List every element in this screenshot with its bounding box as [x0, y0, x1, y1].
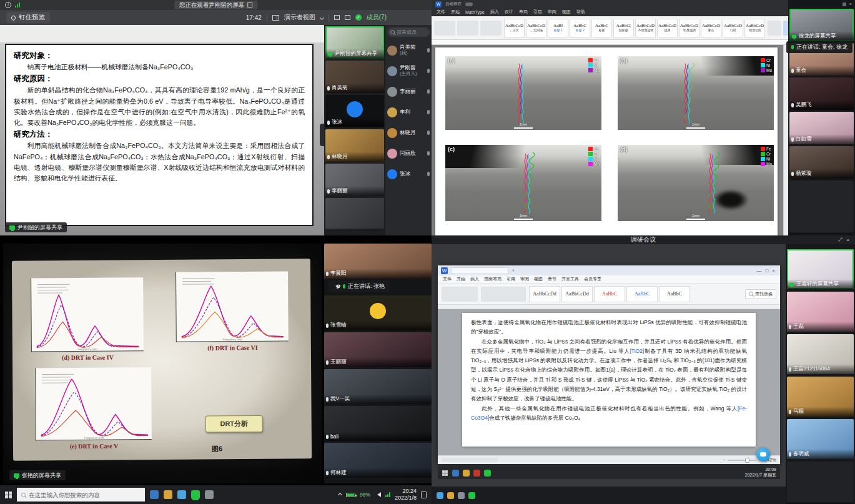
citation-link[interactable]: [TiO2]	[630, 348, 644, 354]
style-gallery-item[interactable]: AaBbCcD 」无间隔	[526, 19, 546, 37]
battery-icon[interactable]	[346, 493, 355, 497]
info-icon[interactable]: i	[5, 2, 11, 8]
style-gallery-item[interactable]: AaBbC 标题 2	[570, 19, 590, 37]
new-tab-icon[interactable]: +	[512, 267, 515, 274]
member-row[interactable]: 林晓月	[387, 122, 430, 143]
fullscreen-exit-icon[interactable]: ⤢	[838, 237, 842, 243]
taskbar-clock[interactable]: 20:09 2022/1/7 星期五	[745, 467, 776, 478]
taskbar-app-icon[interactable]	[463, 470, 470, 477]
mic-icon[interactable]	[427, 172, 430, 176]
autosave-toggle[interactable]	[465, 2, 473, 6]
taskbar-app-icon[interactable]	[468, 492, 475, 499]
style-gallery-item[interactable]: AaBbCcD 引用	[723, 19, 743, 37]
participant-thumbnail[interactable]: 李丽丽	[325, 164, 384, 196]
menu-tab[interactable]: 插入	[470, 276, 479, 282]
pin-preview-button[interactable]: 钉住预览	[6, 12, 50, 23]
taskbar-app-icon[interactable]	[447, 492, 454, 499]
mic-icon[interactable]	[427, 48, 430, 52]
participant-thumbnail[interactable]: 尹刚留的屏幕共享	[325, 26, 384, 59]
volume-icon[interactable]	[375, 492, 381, 497]
menu-tab[interactable]: 会员专享	[584, 276, 601, 282]
ribbon-tab[interactable]: 开始	[451, 9, 460, 15]
participant-thumbnail[interactable]: 张雪晴	[324, 295, 432, 330]
taskbar-app-icon[interactable]	[458, 492, 465, 499]
style-gallery-item[interactable]: AaBbC( 副标题	[613, 19, 634, 37]
style-gallery-item[interactable]: AaBbC	[594, 286, 625, 302]
vertical-scrollbar[interactable]	[783, 45, 788, 235]
menu-tab[interactable]: 页面布局	[484, 276, 502, 282]
style-gallery-item[interactable]: AaBbC 标题	[591, 19, 612, 37]
member-row[interactable]: 李丽丽	[387, 81, 430, 102]
window-icon[interactable]	[334, 15, 340, 20]
menu-tab[interactable]: 章节	[548, 276, 556, 282]
participant-thumbnail[interactable]: 王苗212115064	[787, 334, 854, 374]
fullscreen-icon[interactable]	[345, 15, 350, 20]
taskbar-app-icon[interactable]	[205, 490, 214, 499]
paragraph-group[interactable]	[480, 21, 502, 36]
document-tab[interactable]	[451, 267, 508, 274]
member-row[interactable]: 李利	[387, 102, 430, 122]
menu-tab[interactable]: 审阅	[520, 276, 529, 282]
participant-thumbnail[interactable]	[325, 198, 384, 230]
editing-tools[interactable]	[768, 21, 781, 36]
taskbar-app-icon[interactable]	[473, 470, 480, 477]
participant-thumbnail[interactable]: 王丽丽	[324, 332, 432, 367]
ribbon-tab[interactable]: 引用	[533, 9, 542, 15]
members-count-button[interactable]: 成员(7)	[367, 13, 387, 22]
style-gallery-item[interactable]: AaBbCcD 要点	[701, 19, 721, 37]
participant-thumbnail[interactable]: 春明威	[787, 419, 854, 459]
close-icon[interactable]: ×	[772, 268, 775, 274]
panel-collapse-handle[interactable]	[320, 124, 324, 146]
mic-icon[interactable]	[427, 69, 430, 73]
taskbar-app-icon[interactable]	[164, 490, 172, 499]
ribbon-tab[interactable]: 审阅	[548, 9, 556, 15]
close-icon[interactable]: ×	[846, 237, 849, 243]
floating-chat-bubble-icon[interactable]	[756, 448, 770, 462]
taskbar-app-icon[interactable]	[150, 490, 159, 499]
font-group[interactable]	[457, 21, 478, 36]
taskbar-meeting-app-icon[interactable]	[191, 490, 200, 499]
style-gallery-item[interactable]: AaBbC	[626, 286, 658, 302]
menu-tab[interactable]: 开始	[457, 276, 465, 282]
participant-thumbnail[interactable]	[787, 462, 854, 504]
style-gallery-item[interactable]: AaBbCcD 不明显强调	[635, 19, 656, 37]
minimize-icon[interactable]: —	[756, 268, 761, 274]
taskbar-search-input[interactable]	[29, 492, 141, 498]
style-gallery-item[interactable]: AaBbCcD 明显强调	[679, 19, 699, 37]
view-mode-selector[interactable]: 演示者视图	[284, 13, 315, 22]
style-gallery-item[interactable]: AaBbCcD 明显引用	[744, 19, 765, 37]
windows-start-icon[interactable]	[5, 492, 12, 498]
tray-expand-icon[interactable]	[338, 492, 342, 497]
participant-thumbnail[interactable]: 杨紫璇	[789, 146, 854, 179]
menu-tab[interactable]: 文件	[443, 276, 452, 282]
layout-switch-icon[interactable]: ▤	[842, 2, 846, 7]
participant-thumbnail[interactable]	[789, 180, 854, 234]
chevron-down-icon[interactable]	[320, 15, 324, 19]
style-gallery-item[interactable]: AaBbCcD 」正文	[504, 19, 525, 37]
style-gallery-item[interactable]: AaBbCcDd	[561, 286, 593, 302]
member-search-input[interactable]	[397, 29, 427, 35]
member-row[interactable]: 闫丽欣	[387, 143, 430, 164]
participant-thumbnail[interactable]: bali	[324, 406, 432, 441]
ribbon-tab[interactable]: 插入	[490, 9, 499, 15]
participant-thumbnail[interactable]: 王磊	[787, 292, 854, 332]
taskbar-app-icon[interactable]	[437, 492, 443, 499]
ribbon-tab[interactable]: 设计	[505, 9, 513, 15]
participant-thumbnail[interactable]: 张冰	[325, 95, 384, 127]
menu-tab[interactable]: 视图	[534, 276, 543, 282]
participant-thumbnail[interactable]: 白如雪	[789, 112, 854, 144]
ribbon-tab[interactable]: 文件	[437, 9, 445, 15]
participant-thumbnail[interactable]: 马颖	[787, 377, 854, 417]
participant-thumbnail[interactable]: 何林建	[324, 443, 432, 478]
zoom-slider[interactable]	[728, 460, 756, 461]
member-row[interactable]: 肖美菊 (我)	[387, 40, 430, 61]
network-icon[interactable]	[385, 492, 390, 497]
mic-icon[interactable]	[427, 151, 430, 156]
notification-center-icon[interactable]	[421, 492, 427, 498]
style-gallery-item[interactable]: AaBbCcDd	[529, 286, 560, 302]
member-row[interactable]: 尹刚留 (主持人)	[387, 61, 430, 81]
mic-icon[interactable]	[427, 131, 430, 135]
participant-thumbnail[interactable]: 王嘉轩的屏幕共享	[787, 249, 854, 289]
style-gallery-item[interactable]: AaBI 标题 1	[548, 19, 568, 37]
ribbon-tab[interactable]: MathType	[465, 10, 485, 14]
